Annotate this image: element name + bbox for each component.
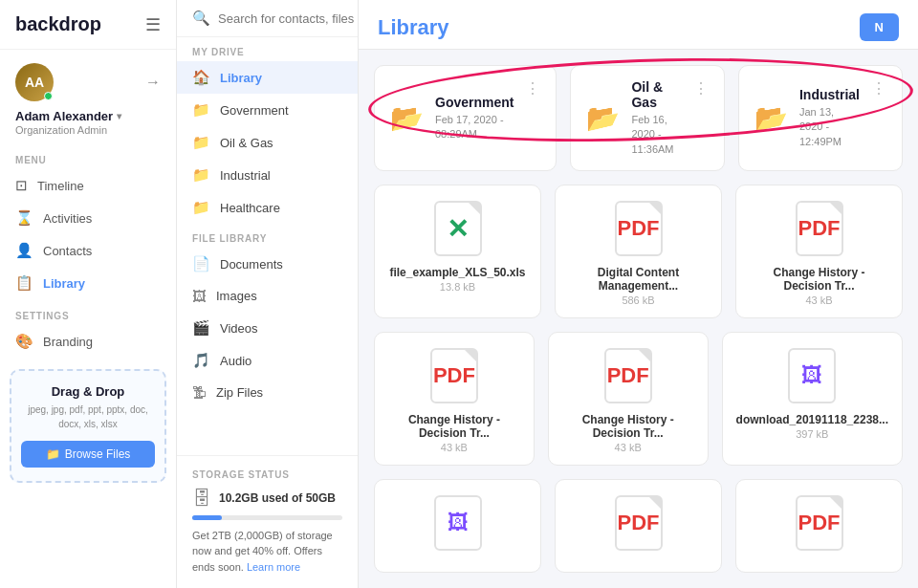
folder-icon: 📁 — [46, 447, 60, 461]
storage-info: 🗄 10.2GB used of 50GB — [192, 488, 342, 510]
folder-menu-icon[interactable]: ⋮ — [693, 79, 709, 98]
file-size: 43 kB — [805, 294, 832, 306]
folder-card-info: Industrial Jan 13, 2020 -12:49PM — [799, 87, 860, 149]
file-icon-area: PDF — [796, 495, 843, 551]
file-size: 13.8 kB — [440, 281, 475, 293]
folder-name: Oil & Gas — [631, 79, 682, 110]
file-size: 586 kB — [622, 294, 654, 306]
storage-icon: 🗄 — [192, 488, 211, 510]
file-card-pdf-5[interactable]: PDF — [555, 479, 722, 573]
videos-icon: 🎬 — [192, 319, 210, 337]
settings-label: SETTINGS — [0, 299, 176, 325]
folder-icon: 🏠 — [192, 69, 210, 86]
folder-menu-icon[interactable]: ⋮ — [871, 79, 886, 98]
storage-section: STORAGE STATUS 🗄 10.2GB used of 50GB Get… — [177, 455, 358, 589]
file-card-pdf-1[interactable]: PDF Digital Content Management... 586 kB — [555, 185, 722, 318]
mid-nav-government[interactable]: 📁 Government — [177, 94, 358, 126]
folder-card-icon: 📂 — [754, 102, 788, 134]
user-role: Organization Admin — [15, 124, 161, 136]
learn-more-link[interactable]: Learn more — [247, 561, 300, 573]
xls-icon: ✕ — [434, 201, 482, 256]
folder-name: Government — [435, 95, 514, 110]
mid-nav-library[interactable]: 🏠 Library — [177, 61, 358, 94]
file-icon-area: PDF — [796, 201, 843, 256]
folder-icon: 📁 — [192, 166, 210, 184]
mid-nav-audio[interactable]: 🎵 Audio — [177, 344, 358, 377]
mid-nav-zip[interactable]: 🗜 Zip Files — [177, 377, 358, 408]
files-grid: 📂 Government Feb 17, 2020 -08:29AM ⋮ 📂 O… — [359, 50, 918, 588]
user-row: AA → — [15, 63, 161, 101]
file-size: 43 kB — [441, 442, 468, 453]
pdf-icon: PDF — [615, 495, 663, 551]
avatar-initials: AA — [25, 75, 44, 90]
folder-name: Industrial — [799, 87, 860, 102]
mid-nav-oil-gas[interactable]: 📁 Oil & Gas — [177, 126, 358, 159]
folder-card-government[interactable]: 📂 Government Feb 17, 2020 -08:29AM ⋮ — [374, 65, 557, 171]
files-row-1: ✕ file_example_XLS_50.xls 13.8 kB PDF Di… — [374, 185, 903, 318]
main-header: Library N — [359, 0, 918, 50]
sidebar-item-activities[interactable]: ⌛ Activities — [0, 202, 176, 234]
audio-icon: 🎵 — [192, 352, 210, 369]
pdf-icon: PDF — [796, 201, 843, 256]
file-icon-area: 🖼 — [788, 348, 836, 403]
branding-icon: 🎨 — [15, 333, 33, 350]
file-icon-area: PDF — [430, 348, 478, 403]
images-icon: 🖼 — [192, 288, 207, 304]
storage-promo: Get 2TB (2,000GB) of storage now and get… — [192, 528, 342, 576]
file-icon-area: 🖼 — [434, 495, 482, 551]
browse-files-button[interactable]: 📁 Browse Files — [21, 441, 155, 468]
new-button[interactable]: N — [860, 13, 899, 41]
pdf-icon: PDF — [796, 495, 843, 551]
folder-card-oil-gas[interactable]: 📂 Oil & Gas Feb 16, 2020 -11:36AM ⋮ — [570, 65, 725, 171]
file-icon-area: PDF — [615, 201, 663, 256]
folder-icon: 📁 — [192, 199, 210, 216]
sidebar-item-contacts[interactable]: 👤 Contacts — [0, 234, 176, 267]
file-card-xls[interactable]: ✕ file_example_XLS_50.xls 13.8 kB — [374, 185, 541, 318]
activities-icon: ⌛ — [15, 209, 33, 227]
folder-icon: 📁 — [192, 134, 210, 151]
hamburger-icon[interactable]: ☰ — [145, 14, 161, 35]
search-bar: 🔍 — [177, 0, 358, 37]
mid-nav-documents[interactable]: 📄 Documents — [177, 248, 358, 280]
middle-nav: 🔍 MY DRIVE 🏠 Library 📁 Government 📁 Oil … — [177, 0, 359, 588]
file-name: Change History - Decision Tr... — [388, 413, 520, 440]
storage-bar-fill — [192, 515, 222, 520]
folder-row: 📂 Government Feb 17, 2020 -08:29AM ⋮ 📂 O… — [374, 65, 903, 171]
drag-drop-formats: jpeg, jpg, pdf, ppt, pptx, doc, docx, xl… — [21, 403, 155, 431]
files-row-2: PDF Change History - Decision Tr... 43 k… — [374, 332, 903, 466]
file-card-img-2[interactable]: 🖼 — [374, 479, 541, 573]
file-card-pdf-2[interactable]: PDF Change History - Decision Tr... 43 k… — [735, 185, 903, 318]
search-input[interactable] — [218, 11, 359, 26]
user-name: Adam Alexander ▾ — [15, 109, 161, 123]
sidebar-item-timeline[interactable]: ⊡ Timeline — [0, 169, 176, 202]
mid-nav-healthcare[interactable]: 📁 Healthcare — [177, 191, 358, 224]
drag-drop-title: Drag & Drop — [21, 384, 155, 399]
my-drive-label: MY DRIVE — [177, 37, 358, 61]
mid-nav-industrial[interactable]: 📁 Industrial — [177, 159, 358, 191]
sidebar-item-library[interactable]: 📋 Library — [0, 267, 176, 299]
file-card-pdf-4[interactable]: PDF Change History - Decision Tr... 43 k… — [548, 332, 709, 466]
avatar: AA — [15, 63, 54, 101]
file-card-pdf-6[interactable]: PDF — [735, 479, 903, 573]
logo-area: backdrop ☰ — [0, 0, 176, 50]
chevron-down-icon[interactable]: ▾ — [117, 111, 121, 121]
zip-icon: 🗜 — [192, 384, 207, 401]
mid-nav-images[interactable]: 🖼 Images — [177, 280, 358, 312]
file-card-pdf-3[interactable]: PDF Change History - Decision Tr... 43 k… — [374, 332, 535, 466]
mid-nav-videos[interactable]: 🎬 Videos — [177, 312, 358, 344]
folder-menu-icon[interactable]: ⋮ — [525, 79, 540, 98]
file-name: Change History - Decision Tr... — [750, 266, 888, 293]
library-icon: 📋 — [15, 274, 33, 292]
sidebar-item-branding[interactable]: 🎨 Branding — [0, 325, 176, 358]
img-icon: 🖼 — [788, 348, 836, 403]
file-library-label: FILE LIBRARY — [177, 224, 358, 248]
img-icon: 🖼 — [434, 495, 482, 551]
left-sidebar: backdrop ☰ AA → Adam Alexander ▾ Organiz… — [0, 0, 177, 588]
signout-icon[interactable]: → — [145, 74, 161, 91]
app-logo: backdrop — [15, 13, 101, 35]
folder-card-industrial[interactable]: 📂 Industrial Jan 13, 2020 -12:49PM ⋮ — [738, 65, 903, 171]
file-card-img[interactable]: 🖼 download_20191118_2238... 397 kB — [722, 332, 903, 466]
files-row-3: 🖼 PDF PDF — [374, 479, 903, 573]
timeline-icon: ⊡ — [15, 177, 28, 194]
file-icon-area: PDF — [604, 348, 652, 403]
